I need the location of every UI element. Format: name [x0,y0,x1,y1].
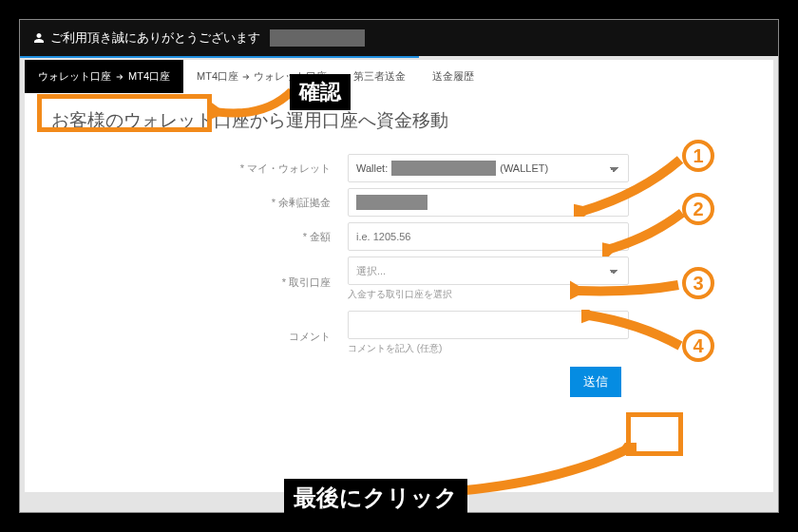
balance-masked [356,195,428,210]
annotation-circle-3: 3 [682,267,714,299]
annotation-arrow-2 [602,209,688,256]
account-label: * 取引口座 [25,276,348,290]
tab-third-party[interactable]: 第三者送金 [340,60,419,93]
amount-input[interactable] [348,222,629,251]
amount-label: * 金額 [25,230,348,244]
wallet-suffix: (WALLET) [500,162,548,174]
page-title: お客様のウォレット口座から運用口座へ資金移動 [25,93,773,154]
annotation-circle-1: 1 [682,140,714,172]
header-username-masked [270,29,365,47]
wallet-prefix: Wallet: [356,162,388,174]
annotation-confirm-label: 確認 [290,74,351,110]
annotation-arrow-4 [581,310,686,353]
annotation-final-label: 最後にクリック [284,479,467,517]
tab-wallet-to-mt4[interactable]: ウォレット口座 MT4口座 [25,60,183,93]
tab-history[interactable]: 送金履歴 [419,60,487,93]
comment-label: コメント [25,330,348,344]
header-greeting: ご利用頂き誠にありがとうございます [50,29,260,47]
tab1-right: MT4口座 [128,69,170,84]
annotation-arrow-confirm [208,80,297,122]
header-bar: ご利用頂き誠にありがとうございます [20,20,778,56]
arrow-right-icon [115,72,124,82]
annotation-circle-4: 4 [682,330,714,362]
user-icon [33,32,45,44]
balance-label: * 余剰証拠金 [25,196,348,210]
account-placeholder: 選択... [356,264,386,278]
wallet-id-masked [391,161,496,176]
annotation-circle-2: 2 [682,193,714,225]
submit-button[interactable]: 送信 [570,367,621,397]
tabs: ウォレット口座 MT4口座 MT4口座 ウォレット口座 第三者送金 送金履歴 [25,60,773,93]
tab1-left: ウォレット口座 [38,69,111,84]
app-frame: ご利用頂き誠にありがとうございます ウォレット口座 MT4口座 MT4口座 ウォ… [19,19,779,513]
wallet-label: * マイ・ウォレット [25,162,348,176]
annotation-arrow-3 [570,274,684,308]
annotation-arrow-1 [574,156,686,217]
annotation-arrow-submit [456,443,636,498]
